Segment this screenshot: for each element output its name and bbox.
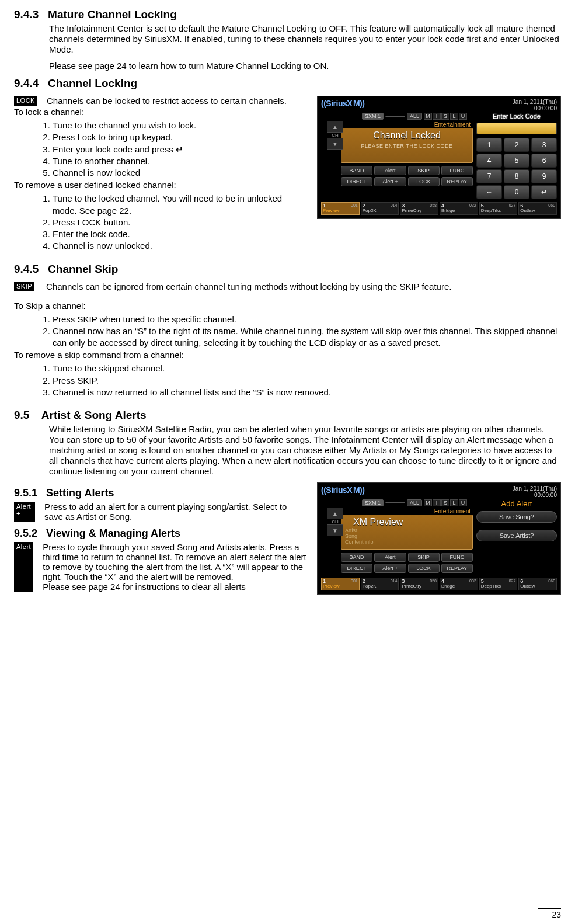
key-7[interactable]: 7 xyxy=(476,169,502,183)
band-button[interactable]: BAND xyxy=(341,553,372,562)
preset-1[interactable]: 1001Preview xyxy=(321,578,360,590)
remove-head: To remove a user defined locked channel: xyxy=(14,180,306,190)
heading-title: Channel Locking xyxy=(48,77,137,89)
alert-button[interactable]: Alert xyxy=(374,553,406,562)
tag-sxm1[interactable]: SXM 1 xyxy=(362,499,384,506)
key-3[interactable]: 3 xyxy=(531,138,557,152)
lock-code-field[interactable] xyxy=(476,123,557,134)
channel-up-button[interactable]: ▲ xyxy=(327,121,343,133)
alert-plus-icon: Alert + xyxy=(14,502,35,522)
panel-title: XM Preview xyxy=(345,517,469,527)
siriusxm-logo: ((SiriusX M)) xyxy=(321,485,364,495)
key-5[interactable]: 5 xyxy=(504,154,529,168)
para-952a: Press to cycle through your saved Song a… xyxy=(43,542,306,582)
replay-button[interactable]: REPLAY xyxy=(441,177,473,186)
preset-bar: 1001Preview 2014Pop2K 3058PrmeCtry 4032B… xyxy=(321,578,557,590)
list-item: Tune to the channel you wish to lock. xyxy=(53,120,306,131)
func-button[interactable]: FUNC xyxy=(441,553,473,562)
channel-label: CH xyxy=(332,519,339,524)
keypad: 1 2 3 4 5 6 7 8 9 ← 0 ↵ xyxy=(476,138,557,199)
tag-channel[interactable] xyxy=(385,116,405,117)
preset-4[interactable]: 4032Bridge xyxy=(440,578,478,590)
preset-2[interactable]: 2014Pop2K xyxy=(361,578,399,590)
preset-3[interactable]: 3058PrmeCtry xyxy=(400,202,438,215)
tag-letters: MISLU xyxy=(424,113,467,120)
para-95: While listening to SiriusXM Satellite Ra… xyxy=(49,424,561,477)
skip-button[interactable]: SKIP xyxy=(408,553,440,562)
xm-preview-panel: XM Preview Artist Song Content info xyxy=(341,515,473,550)
save-artist-button[interactable]: Save Artist? xyxy=(476,530,557,541)
tag-all[interactable]: ALL xyxy=(407,499,422,506)
heading-num: 9.5 xyxy=(14,409,29,421)
key-8[interactable]: 8 xyxy=(504,169,529,183)
remove-steps: Tune to the locked channel. You will nee… xyxy=(36,193,306,252)
siriusxm-lock-screenshot: ((SiriusX M)) Jan 1, 2011(Thu) 00:00:00 … xyxy=(317,96,561,219)
list-item: Tune to another channel. xyxy=(53,155,306,167)
tag-sxm1[interactable]: SXM 1 xyxy=(362,113,384,120)
channel-up-button[interactable]: ▲ xyxy=(327,508,343,519)
band-button[interactable]: BAND xyxy=(341,166,372,175)
alert-button[interactable]: Alert xyxy=(374,166,406,175)
key-4[interactable]: 4 xyxy=(476,154,502,168)
key-enter[interactable]: ↵ xyxy=(531,185,557,199)
preset-5[interactable]: 5027DeepTrks xyxy=(479,578,518,590)
heading-945: 9.4.5 Channel Skip xyxy=(14,263,561,276)
key-6[interactable]: 6 xyxy=(531,154,557,168)
list-item: Press Lock to bring up keypad. xyxy=(53,131,306,143)
alert-plus-button[interactable]: Alert + xyxy=(374,177,406,186)
list-item: Press SKIP. xyxy=(53,375,561,387)
heading-title: Mature Channel Locking xyxy=(48,8,177,20)
direct-button[interactable]: DIRECT xyxy=(341,564,372,573)
preset-6[interactable]: 6060Outlaw xyxy=(518,578,557,590)
key-9[interactable]: 9 xyxy=(531,169,557,183)
key-0[interactable]: 0 xyxy=(504,185,529,199)
preset-3[interactable]: 3058PrmeCtry xyxy=(400,578,438,590)
list-item: Press LOCK button. xyxy=(53,217,306,228)
heading-952: 9.5.2 Viewing & Managing Alerts xyxy=(14,527,306,540)
category-label: Entertainment xyxy=(434,121,471,128)
preset-4[interactable]: 4032Bridge xyxy=(440,202,478,215)
heading-title: Artist & Song Alerts xyxy=(41,409,147,421)
channel-down-button[interactable]: ▼ xyxy=(327,138,343,150)
heading-num: 9.4.5 xyxy=(14,263,39,275)
date-time: Jan 1, 2011(Thu) 00:00:00 xyxy=(513,485,557,498)
skip-head: To Skip a channel: xyxy=(14,301,561,311)
para-952b: Please see page 24 for instructions to c… xyxy=(43,582,246,592)
channel-locked-panel: Channel Locked PLEASE ENTER THE LOCK COD… xyxy=(341,128,473,163)
func-button[interactable]: FUNC xyxy=(441,166,473,175)
list-item: Enter the lock code. xyxy=(53,228,306,240)
replay-button[interactable]: REPLAY xyxy=(441,564,473,573)
para-951: Press to add an alert for a current play… xyxy=(44,502,306,522)
preset-2[interactable]: 2014Pop2K xyxy=(361,202,399,215)
key-2[interactable]: 2 xyxy=(504,138,529,152)
para-943-2: Please see page 24 to learn how to turn … xyxy=(49,61,561,71)
tag-all[interactable]: ALL xyxy=(407,113,422,120)
skip-button[interactable]: SKIP xyxy=(408,166,440,175)
save-song-button[interactable]: Save Song? xyxy=(476,511,557,523)
list-item: Press SKIP when tuned to the specific ch… xyxy=(53,314,561,325)
tag-letters: MISLU xyxy=(424,499,467,506)
preset-bar: 1001Preview 2014Pop2K 3058PrmeCtry 4032B… xyxy=(321,202,557,215)
channel-down-button[interactable]: ▼ xyxy=(327,524,343,536)
list-item: Tune to the locked channel. You will nee… xyxy=(53,193,306,217)
key-back[interactable]: ← xyxy=(476,185,502,199)
alert-plus-button[interactable]: Alert + xyxy=(374,564,406,573)
heading-944: 9.4.4 Channel Locking xyxy=(14,77,561,90)
heading-num: 9.4.3 xyxy=(14,8,39,20)
siriusxm-logo: ((SiriusX M)) xyxy=(321,99,364,108)
heading-title: Viewing & Managing Alerts xyxy=(46,527,180,539)
direct-button[interactable]: DIRECT xyxy=(341,177,372,186)
heading-title: Setting Alerts xyxy=(46,487,114,499)
lock-button[interactable]: LOCK xyxy=(408,177,440,186)
tag-channel[interactable] xyxy=(385,502,405,503)
para-943-1: The Infotainment Center is set to defaul… xyxy=(49,23,561,55)
key-1[interactable]: 1 xyxy=(476,138,502,152)
preset-6[interactable]: 6060Outlaw xyxy=(518,202,557,215)
lock-button[interactable]: LOCK xyxy=(408,564,440,573)
enter-icon: ↵ xyxy=(176,144,183,154)
lock-icon: LOCK xyxy=(14,96,37,106)
preset-1[interactable]: 1001Preview xyxy=(321,202,360,215)
list-item: Channel is now returned to all channel l… xyxy=(53,387,561,398)
preset-5[interactable]: 5027DeepTrks xyxy=(479,202,518,215)
list-item: Enter your lock code and press ↵ xyxy=(53,144,306,155)
